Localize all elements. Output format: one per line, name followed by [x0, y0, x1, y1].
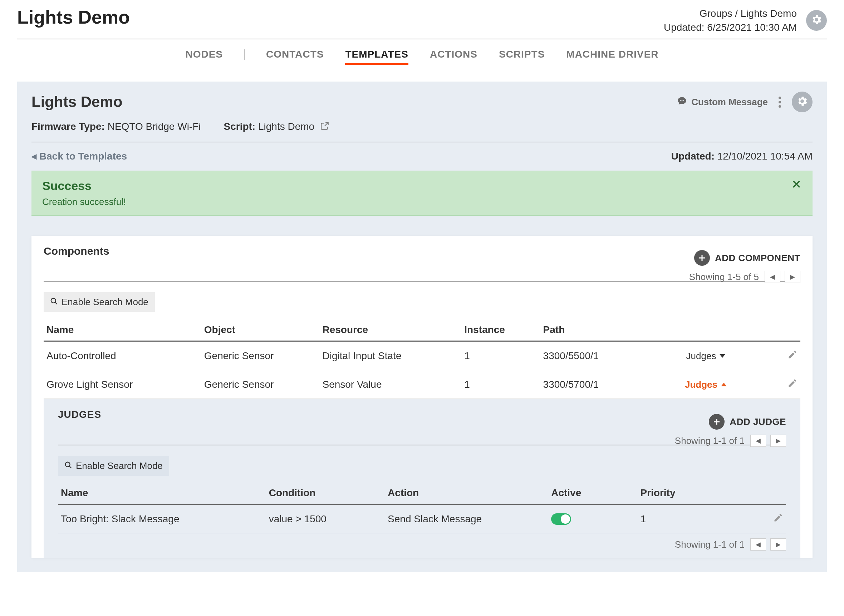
cell-instance: 1 [462, 370, 540, 399]
active-toggle[interactable] [551, 513, 571, 525]
cell-name: Auto-Controlled [44, 341, 201, 370]
col-j-priority: Priority [637, 482, 726, 505]
judges-pager-next[interactable]: ▶ [770, 435, 786, 447]
main-nav: NODES CONTACTS TEMPLATES ACTIONS SCRIPTS… [17, 40, 827, 65]
nav-actions[interactable]: ACTIONS [430, 48, 478, 65]
col-j-action: Action [385, 482, 548, 505]
svg-point-0 [51, 298, 56, 303]
cell-path: 3300/5500/1 [541, 341, 659, 370]
judges-heading: JUDGES [58, 409, 101, 420]
judges-bottom-pager-text: Showing 1-1 of 1 [675, 539, 744, 550]
external-link-icon[interactable] [320, 121, 330, 133]
components-pager-prev[interactable]: ◀ [765, 271, 780, 283]
nav-nodes[interactable]: NODES [185, 48, 223, 65]
search-icon [64, 461, 72, 471]
col-j-edit [727, 482, 786, 505]
breadcrumb: Groups / Lights Demo [664, 6, 797, 21]
components-search-button[interactable]: Enable Search Mode [44, 292, 155, 312]
judges-bottom-pager-prev[interactable]: ◀ [750, 538, 766, 550]
add-judge-button[interactable]: ADD JUDGE [709, 414, 786, 430]
add-component-label: ADD COMPONENT [715, 252, 800, 264]
nav-machine-driver[interactable]: MACHINE DRIVER [566, 48, 658, 65]
components-pager-next[interactable]: ▶ [785, 271, 800, 283]
panel-updated: Updated: 12/10/2021 10:54 AM [671, 151, 813, 162]
top-header: Lights Demo Groups / Lights Demo Updated… [17, 0, 827, 40]
page-title: Lights Demo [17, 6, 130, 28]
table-row: Grove Light Sensor Generic Sensor Sensor… [44, 370, 800, 399]
firmware-value: NEQTO Bridge Wi-Fi [108, 121, 201, 132]
alert-title: Success [42, 179, 126, 193]
plus-icon [709, 414, 725, 430]
judges-search-label: Enable Search Mode [76, 461, 163, 471]
alert-message: Creation successful! [42, 197, 126, 207]
edit-button[interactable] [787, 351, 797, 362]
nav-scripts[interactable]: SCRIPTS [499, 48, 545, 65]
col-j-condition: Condition [266, 482, 385, 505]
add-judge-label: ADD JUDGE [730, 417, 786, 427]
judges-bottom-pager-next[interactable]: ▶ [770, 538, 786, 550]
cell-object: Generic Sensor [201, 370, 320, 399]
nav-contacts[interactable]: CONTACTS [266, 48, 324, 65]
chat-icon [677, 96, 687, 109]
components-card: Components ADD COMPONENT Showing 1-5 of … [31, 236, 813, 558]
judges-toggle-label: Judges [685, 379, 717, 390]
add-component-button[interactable]: ADD COMPONENT [694, 250, 800, 266]
col-name: Name [44, 319, 201, 341]
cell-name: Grove Light Sensor [44, 370, 201, 399]
cell-resource: Sensor Value [319, 370, 462, 399]
custom-message-label: Custom Message [691, 97, 768, 108]
edit-button[interactable] [773, 514, 783, 525]
cell-j-condition: value > 1500 [266, 505, 385, 533]
col-instance: Instance [462, 319, 540, 341]
more-menu-button[interactable] [777, 94, 783, 110]
col-j-active: Active [548, 482, 637, 505]
judges-pager-text: Showing 1-1 of 1 [675, 436, 744, 446]
updated-label: Updated: [671, 151, 715, 162]
settings-button[interactable] [806, 10, 827, 31]
search-icon [50, 296, 58, 308]
updated-value: 12/10/2021 10:54 AM [717, 151, 813, 162]
success-alert: Success Creation successful! [31, 171, 813, 216]
dot-icon [778, 105, 781, 108]
components-heading: Components [44, 245, 109, 257]
cell-resource: Digital Input State [319, 341, 462, 370]
firmware-field: Firmware Type: NEQTO Bridge Wi-Fi [31, 121, 201, 133]
close-icon [791, 185, 802, 191]
alert-close-button[interactable] [791, 179, 802, 191]
table-row: Too Bright: Slack Message value > 1500 S… [58, 505, 786, 533]
col-path: Path [541, 319, 659, 341]
gear-icon [796, 95, 808, 109]
judges-pager-prev[interactable]: ◀ [750, 435, 766, 447]
chevron-down-icon [719, 354, 725, 358]
judges-search-button[interactable]: Enable Search Mode [58, 456, 169, 476]
cell-path: 3300/5700/1 [541, 370, 659, 399]
table-row: Auto-Controlled Generic Sensor Digital I… [44, 341, 800, 370]
back-to-templates-link[interactable]: ◂ Back to Templates [31, 150, 127, 162]
judges-toggle[interactable]: Judges [685, 379, 727, 390]
cell-j-action: Send Slack Message [385, 505, 548, 533]
dot-icon [778, 97, 781, 99]
nav-divider [244, 49, 245, 60]
nav-templates[interactable]: TEMPLATES [345, 48, 408, 65]
components-search-label: Enable Search Mode [62, 296, 148, 308]
edit-button[interactable] [787, 379, 797, 390]
judges-toggle[interactable]: Judges [686, 351, 725, 362]
svg-point-1 [66, 462, 70, 467]
col-edit [753, 319, 800, 341]
cell-object: Generic Sensor [201, 341, 320, 370]
header-updated: Updated: 6/25/2021 10:30 AM [664, 21, 797, 34]
chevron-up-icon [721, 383, 727, 386]
gear-icon [810, 13, 822, 27]
custom-message-button[interactable]: Custom Message [677, 96, 768, 109]
firmware-label: Firmware Type: [31, 121, 105, 132]
col-resource: Resource [319, 319, 462, 341]
dot-icon [778, 101, 781, 103]
header-meta: Groups / Lights Demo Updated: 6/25/2021 … [664, 6, 797, 34]
components-pager-text: Showing 1-5 of 5 [689, 271, 759, 283]
cell-j-priority: 1 [637, 505, 726, 533]
cell-j-name: Too Bright: Slack Message [58, 505, 266, 533]
col-judges [658, 319, 753, 341]
components-table: Name Object Resource Instance Path Auto-… [44, 319, 800, 399]
panel-settings-button[interactable] [792, 92, 813, 112]
panel-title: Lights Demo [31, 93, 122, 110]
